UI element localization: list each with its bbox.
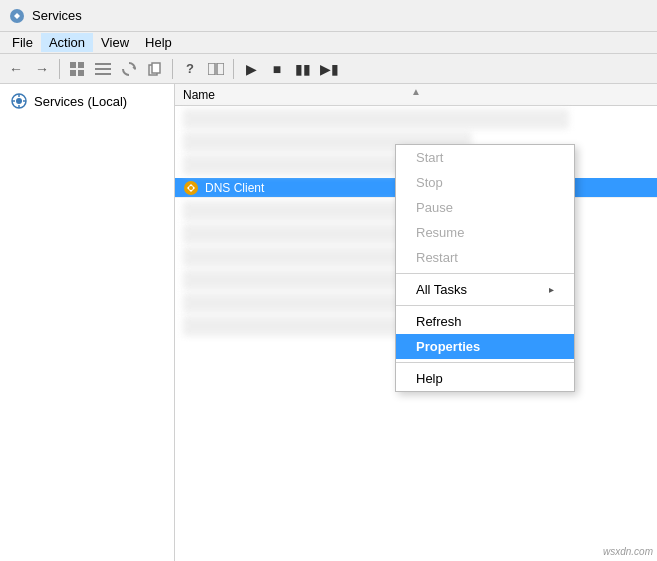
- ctx-refresh[interactable]: Refresh: [396, 309, 574, 334]
- title-bar: Services: [0, 0, 657, 32]
- dns-client-name: DNS Client: [205, 181, 264, 195]
- back-button[interactable]: ←: [4, 57, 28, 81]
- main-layout: Services (Local) ▲ Name DNS: [0, 84, 657, 561]
- menu-help[interactable]: Help: [137, 33, 180, 52]
- context-menu: Start Stop Pause Resume Restart All Task…: [395, 144, 575, 392]
- svg-rect-2: [78, 62, 84, 68]
- svg-point-19: [189, 186, 193, 190]
- ctx-resume[interactable]: Resume: [396, 220, 574, 245]
- play-button[interactable]: ▶: [239, 57, 263, 81]
- toolbar-sep-2: [172, 59, 173, 79]
- svg-rect-5: [95, 63, 111, 65]
- svg-point-13: [16, 98, 22, 104]
- svg-rect-6: [95, 68, 111, 70]
- ctx-help[interactable]: Help: [396, 366, 574, 391]
- toolbar: ← → ? ▶: [0, 54, 657, 84]
- sidebar-item-services-local[interactable]: Services (Local): [4, 88, 170, 114]
- ctx-pause[interactable]: Pause: [396, 195, 574, 220]
- sidebar: Services (Local): [0, 84, 175, 561]
- all-tasks-arrow: ▸: [549, 284, 554, 295]
- ctx-start[interactable]: Start: [396, 145, 574, 170]
- dns-client-content: DNS Client: [183, 180, 264, 196]
- svg-rect-4: [78, 70, 84, 76]
- content-area: ▲ Name DNS Client: [175, 84, 657, 561]
- ctx-properties[interactable]: Properties: [396, 334, 574, 359]
- sidebar-item-label: Services (Local): [34, 94, 127, 109]
- svg-rect-9: [152, 63, 160, 73]
- list-view-button[interactable]: [91, 57, 115, 81]
- svg-rect-3: [70, 70, 76, 76]
- svg-rect-7: [95, 73, 111, 75]
- blurred-row-1: [183, 109, 569, 129]
- menu-file[interactable]: File: [4, 33, 41, 52]
- svg-rect-11: [217, 63, 224, 75]
- title-bar-title: Services: [32, 8, 82, 23]
- toolbar-sep-3: [233, 59, 234, 79]
- svg-rect-1: [70, 62, 76, 68]
- ctx-stop[interactable]: Stop: [396, 170, 574, 195]
- svg-rect-10: [208, 63, 215, 75]
- menu-action[interactable]: Action: [41, 33, 93, 52]
- toolbar-sep-1: [59, 59, 60, 79]
- ctx-sep-3: [396, 362, 574, 363]
- title-bar-icon: [8, 7, 26, 25]
- ctx-all-tasks[interactable]: All Tasks ▸: [396, 277, 574, 302]
- menu-view[interactable]: View: [93, 33, 137, 52]
- pause-button[interactable]: ▮▮: [291, 57, 315, 81]
- export-button[interactable]: [143, 57, 167, 81]
- stop-button[interactable]: ■: [265, 57, 289, 81]
- refresh-button[interactable]: [117, 57, 141, 81]
- forward-button[interactable]: →: [30, 57, 54, 81]
- sort-arrow: ▲: [411, 86, 421, 97]
- view-standard-button[interactable]: [65, 57, 89, 81]
- split-view-button[interactable]: [204, 57, 228, 81]
- services-local-icon: [10, 92, 28, 110]
- dns-client-icon: [183, 180, 199, 196]
- ctx-restart[interactable]: Restart: [396, 245, 574, 270]
- help-question-button[interactable]: ?: [178, 57, 202, 81]
- watermark: wsxdn.com: [603, 546, 653, 557]
- ctx-sep-2: [396, 305, 574, 306]
- ctx-sep-1: [396, 273, 574, 274]
- col-name-header: Name: [183, 88, 215, 102]
- menu-bar: File Action View Help: [0, 32, 657, 54]
- step-button[interactable]: ▶▮: [317, 57, 341, 81]
